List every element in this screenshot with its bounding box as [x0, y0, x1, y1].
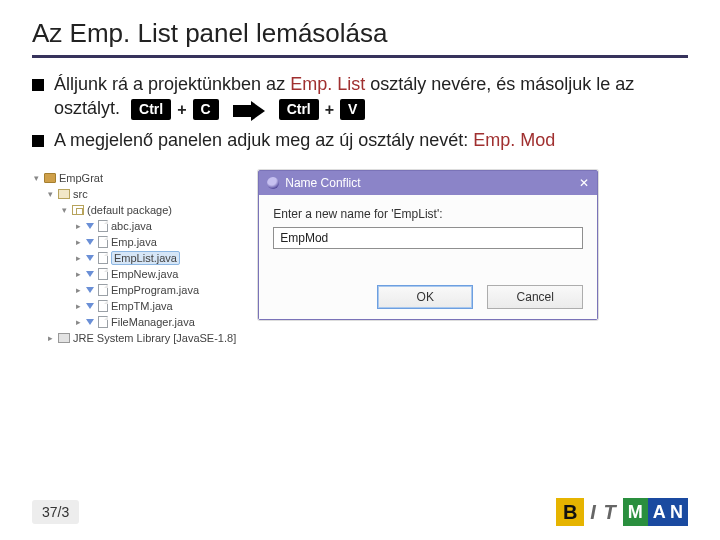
dialog-titlebar[interactable]: Name Conflict ✕: [259, 171, 597, 195]
dialog-title: Name Conflict: [285, 176, 360, 190]
tree-file-label: EmpProgram.java: [111, 284, 199, 296]
dialog-prompt: Enter a new name for 'EmpList':: [273, 207, 583, 221]
bullet-2-class: Emp. Mod: [473, 130, 555, 150]
tree-file-label: abc.java: [111, 220, 152, 232]
slide-title: Az Emp. List panel lemásolása: [32, 18, 688, 49]
key-c: C: [193, 99, 219, 120]
bullet-2-text: A megjelenő panelen adjuk meg az új oszt…: [54, 130, 473, 150]
tree-file[interactable]: ▸EmpNew.java: [32, 266, 236, 282]
tree-file[interactable]: ▸Emp.java: [32, 234, 236, 250]
close-icon[interactable]: ✕: [579, 176, 589, 190]
ok-button[interactable]: OK: [377, 285, 473, 309]
tree-src-label: src: [73, 188, 88, 200]
chevron-down-icon: [86, 223, 94, 229]
title-rule: [32, 55, 688, 58]
java-file-icon: [98, 316, 108, 328]
key-ctrl-2: Ctrl: [279, 99, 319, 120]
logo-it: I T: [584, 501, 622, 524]
bullet-1: Álljunk rá a projektünkben az Emp. List …: [32, 72, 688, 122]
project-icon: [44, 173, 56, 183]
tree-file[interactable]: ▸FileManager.java: [32, 314, 236, 330]
tree-file-label: FileManager.java: [111, 316, 195, 328]
shortcut-group: Ctrl + C Ctrl + V: [131, 97, 365, 121]
key-v: V: [340, 99, 365, 120]
bullet-list: Álljunk rá a projektünkben az Emp. List …: [32, 72, 688, 152]
logo-m: M: [623, 498, 648, 526]
bullet-1-text-a: Álljunk rá a projektünkben az: [54, 74, 290, 94]
eclipse-icon: [267, 177, 279, 189]
tree-file-label: EmpNew.java: [111, 268, 178, 280]
tree-library[interactable]: ▸ JRE System Library [JavaSE-1.8]: [32, 330, 236, 346]
tree-file[interactable]: ▸EmpList.java: [32, 250, 236, 266]
chevron-down-icon: [86, 255, 94, 261]
chevron-down-icon: [86, 287, 94, 293]
bullet-1-class: Emp. List: [290, 74, 365, 94]
bullet-marker: [32, 135, 44, 147]
tree-file[interactable]: ▸EmpTM.java: [32, 298, 236, 314]
project-tree: ▾ EmpGrat ▾ src ▾ (default package) ▸abc…: [32, 170, 236, 346]
chevron-down-icon: [86, 319, 94, 325]
tree-project-label: EmpGrat: [59, 172, 103, 184]
tree-package-label: (default package): [87, 204, 172, 216]
java-file-icon: [98, 252, 108, 264]
tree-file[interactable]: ▸abc.java: [32, 218, 236, 234]
bullet-marker: [32, 79, 44, 91]
java-file-icon: [98, 236, 108, 248]
java-file-icon: [98, 220, 108, 232]
name-conflict-dialog: Name Conflict ✕ Enter a new name for 'Em…: [258, 170, 598, 320]
tree-file[interactable]: ▸EmpProgram.java: [32, 282, 236, 298]
tree-project[interactable]: ▾ EmpGrat: [32, 170, 236, 186]
chevron-down-icon: [86, 303, 94, 309]
folder-icon: [58, 189, 70, 199]
plus-1: +: [175, 99, 188, 121]
java-file-icon: [98, 268, 108, 280]
bullet-2: A megjelenő panelen adjuk meg az új oszt…: [32, 128, 688, 152]
key-ctrl-1: Ctrl: [131, 99, 171, 120]
arrow-right-icon: [233, 97, 265, 121]
tree-file-label: Emp.java: [111, 236, 157, 248]
new-name-input[interactable]: [273, 227, 583, 249]
logo-b: B: [556, 498, 584, 526]
tree-library-label: JRE System Library [JavaSE-1.8]: [73, 332, 236, 344]
library-icon: [58, 333, 70, 343]
tree-src[interactable]: ▾ src: [32, 186, 236, 202]
java-file-icon: [98, 300, 108, 312]
tree-file-label: EmpTM.java: [111, 300, 173, 312]
page-number: 37/3: [32, 500, 79, 524]
logo-an: A N: [648, 498, 688, 526]
java-file-icon: [98, 284, 108, 296]
chevron-down-icon: [86, 239, 94, 245]
bitman-logo: B I T M A N: [556, 498, 688, 526]
tree-file-label: EmpList.java: [111, 251, 180, 265]
chevron-down-icon: [86, 271, 94, 277]
tree-package[interactable]: ▾ (default package): [32, 202, 236, 218]
cancel-button[interactable]: Cancel: [487, 285, 583, 309]
plus-2: +: [323, 99, 336, 121]
package-icon: [72, 205, 84, 215]
